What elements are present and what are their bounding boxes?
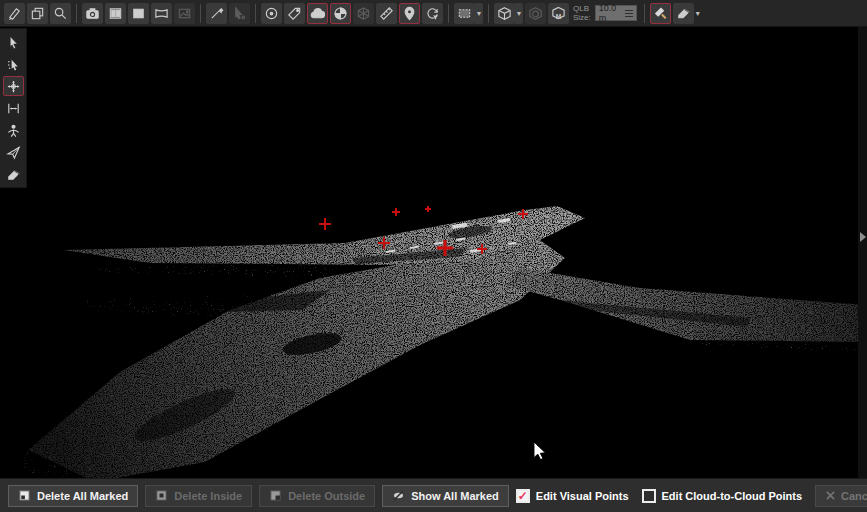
- point-cloud-viewport[interactable]: [0, 0, 867, 512]
- bottom-action-bar: Delete All Marked Delete Inside Delete O…: [0, 478, 867, 512]
- rectangle-select-dropdown[interactable]: ▼: [475, 3, 483, 24]
- fly-navigate-tool-icon[interactable]: [3, 142, 24, 162]
- cube-sphere-clip-icon[interactable]: [525, 3, 546, 24]
- disk-display-icon[interactable]: [261, 3, 282, 24]
- show-all-marked-button[interactable]: Show All Marked: [382, 485, 509, 507]
- delete-all-marked-button[interactable]: Delete All Marked: [8, 485, 138, 507]
- gcp-marker[interactable]: [392, 208, 400, 216]
- qlb-size-input[interactable]: 10.0 m: [595, 5, 637, 21]
- delete-all-marked-label: Delete All Marked: [37, 490, 128, 502]
- show-all-marked-label: Show All Marked: [411, 490, 499, 502]
- gcp-marker[interactable]: [425, 206, 431, 212]
- checkbox-checked-icon[interactable]: [516, 489, 530, 503]
- cube-clip-dropdown[interactable]: ▼: [515, 3, 523, 24]
- delete-outside-label: Delete Outside: [288, 490, 365, 502]
- top-toolbar: ▼ ▼ M QLB Size: 10.0 m ▼: [0, 0, 867, 27]
- cascade-windows-icon[interactable]: [27, 3, 48, 24]
- trowel-edit-icon[interactable]: [650, 3, 671, 24]
- qlb-spinner[interactable]: [625, 10, 633, 17]
- cursor-probe-icon[interactable]: [229, 3, 250, 24]
- eraser-dropdown[interactable]: ▼: [694, 3, 702, 24]
- qlb-size-field: QLB Size: 10.0 m: [573, 4, 637, 22]
- zoom-region-icon[interactable]: [50, 3, 71, 24]
- gcp-marker[interactable]: [319, 218, 331, 230]
- cancel-button[interactable]: Cancel: [815, 485, 867, 507]
- edit-visual-points-checkbox[interactable]: Edit Visual Points: [516, 489, 629, 503]
- expand-right-panel-arrow[interactable]: [860, 232, 866, 242]
- annotate-sign-icon[interactable]: [4, 3, 25, 24]
- delete-inside-label: Delete Inside: [174, 490, 242, 502]
- ruler-measure-icon[interactable]: [376, 3, 397, 24]
- cube-m-clip-icon[interactable]: M: [548, 3, 569, 24]
- select-pointer-icon[interactable]: [3, 32, 24, 52]
- qlb-size-value: 10.0 m: [599, 3, 625, 23]
- rectangle-select-icon[interactable]: [454, 3, 475, 24]
- cube-m-letter: M: [556, 12, 562, 19]
- person-view-tool-icon[interactable]: [3, 120, 24, 140]
- mesh-display-icon[interactable]: [353, 3, 374, 24]
- tag-display-icon[interactable]: [284, 3, 305, 24]
- right-panel-strip: [858, 27, 867, 478]
- edit-cloud-to-cloud-checkbox[interactable]: Edit Cloud-to-Cloud Points: [642, 489, 803, 503]
- measure-width-tool-icon[interactable]: [3, 98, 24, 118]
- select-pointer-snap-icon[interactable]: [3, 54, 24, 74]
- qlb-label-line1: QLB: [573, 4, 591, 13]
- panorama-view-icon[interactable]: [151, 3, 172, 24]
- textured-sphere-display-icon[interactable]: [330, 3, 351, 24]
- single-view-icon[interactable]: [128, 3, 149, 24]
- edit-cloud-to-cloud-label: Edit Cloud-to-Cloud Points: [662, 490, 803, 502]
- eraser-tool-icon[interactable]: [673, 3, 694, 24]
- point-cloud-display-icon[interactable]: [307, 3, 328, 24]
- sidebar-eraser-tool-icon[interactable]: [3, 164, 24, 184]
- edit-visual-points-label: Edit Visual Points: [536, 490, 629, 502]
- delete-inside-button[interactable]: Delete Inside: [145, 485, 252, 507]
- orbit-filter-icon[interactable]: [422, 3, 443, 24]
- qlb-label-line2: Size:: [573, 13, 591, 22]
- cancel-label: Cancel: [841, 490, 867, 502]
- pin-display-icon[interactable]: [399, 3, 420, 24]
- checkbox-unchecked-icon[interactable]: [642, 489, 656, 503]
- move-pan-tool-icon[interactable]: [3, 76, 24, 96]
- image-view-icon[interactable]: [174, 3, 195, 24]
- split-view-icon[interactable]: [105, 3, 126, 24]
- camera-view-icon[interactable]: [82, 3, 103, 24]
- cube-clip-icon[interactable]: [494, 3, 515, 24]
- measure-pen-icon[interactable]: [206, 3, 227, 24]
- close-icon: [826, 491, 835, 500]
- mouse-cursor: [534, 442, 545, 460]
- left-tool-palette: [0, 28, 27, 188]
- delete-outside-button[interactable]: Delete Outside: [259, 485, 375, 507]
